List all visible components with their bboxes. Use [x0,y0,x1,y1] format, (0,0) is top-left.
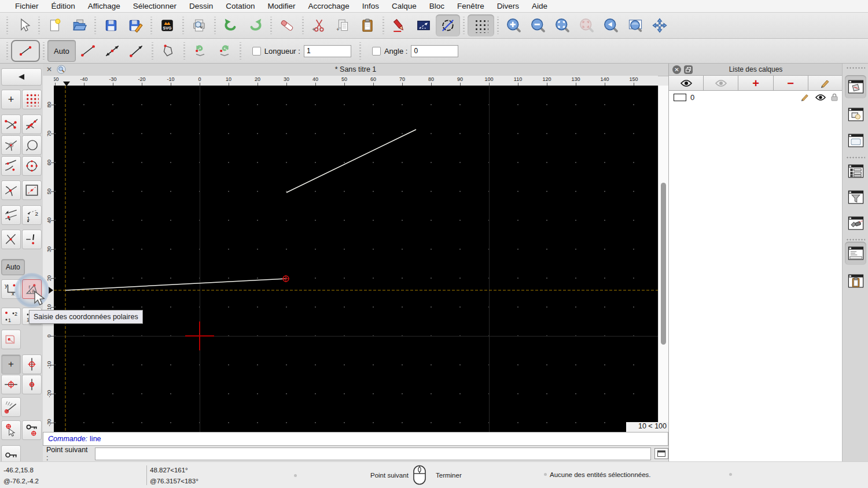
menu-fenêtre[interactable]: Fenêtre [451,2,491,10]
command-options-button[interactable] [654,448,668,459]
toolbar-handle[interactable] [5,42,9,60]
drawn-line[interactable] [286,130,416,193]
menu-accrochage[interactable]: Accrochage [301,2,355,10]
length-checkbox[interactable] [252,47,261,56]
restrict-nothing-button[interactable] [22,180,42,200]
redo-segment-button[interactable] [212,40,237,62]
snap-on-entity-button[interactable] [22,114,42,134]
snap-intersection-manual-button[interactable] [1,180,21,200]
menu-aide[interactable]: Aide [525,2,554,10]
cut-button[interactable]: + [307,14,331,36]
line-one-direction-button[interactable] [124,40,149,62]
open-file-button[interactable] [67,14,91,36]
reference-point-button[interactable] [1,330,21,349]
line-tool-active-button[interactable] [11,40,40,62]
snap-grid-button[interactable] [22,90,42,109]
cartesian-coordinates-button[interactable]: yx [1,279,21,299]
layer-color-swatch[interactable] [674,94,686,101]
hide-all-layers-button[interactable] [704,76,738,90]
command-input[interactable] [95,448,651,460]
redo-button[interactable] [243,14,267,36]
select-tool-button[interactable] [11,14,35,36]
scrollbar-thumb[interactable] [661,183,666,345]
menu-cotation[interactable]: Cotation [219,2,261,10]
layer-lock-icon[interactable] [831,93,838,101]
order-1-2-button[interactable]: 12 [1,308,21,325]
snap-off-warning-button[interactable] [22,230,42,249]
toolbar-handle[interactable] [42,42,46,60]
copy-button[interactable]: + [331,14,355,36]
polyline-button[interactable] [156,40,181,62]
rel-zero-horizontal-button[interactable] [1,375,21,394]
menu-édition[interactable]: Édition [45,2,82,10]
layer-row[interactable]: 0 [669,91,843,103]
menu-calque[interactable]: Calque [385,2,423,10]
dock-entity-list-button[interactable] [845,160,866,183]
line-attributes-button[interactable] [411,14,436,36]
line-two-points-button[interactable] [76,40,100,62]
lock-rel-zero-button[interactable] [22,420,42,440]
new-file-button[interactable] [43,14,67,36]
menu-sélectionner[interactable]: Sélectionner [127,2,183,10]
polar-coordinates-button[interactable]: ra [22,279,42,299]
line-both-directions-button[interactable] [100,40,124,62]
dock-command-line-button[interactable] [845,242,866,265]
circle-attributes-button[interactable] [436,14,460,36]
dock-library-button[interactable] [845,129,866,152]
dock-handle[interactable] [846,66,865,69]
dock-clipboard-button[interactable] [845,269,866,293]
menu-bloc[interactable]: Bloc [423,2,451,10]
dock-layers-button[interactable] [845,75,866,98]
toolbar-handle[interactable] [37,17,41,34]
export-svg-button[interactable]: SVG [155,14,179,36]
paste-button[interactable] [355,14,380,36]
grid-toggle-button[interactable] [468,14,494,36]
canvas-vertical-scrollbar[interactable] [658,86,668,432]
rel-zero-vertical-button[interactable] [22,354,42,374]
sidebar-back-button[interactable] [1,68,42,86]
length-input[interactable] [304,45,351,57]
snap-intersection-button[interactable] [22,156,42,176]
sidebar-auto-button[interactable]: Auto [1,259,25,275]
menu-fichier[interactable]: Fichier [9,2,45,10]
menu-dessin[interactable]: Dessin [183,2,219,10]
rel-zero-free-button[interactable]: + [1,354,21,374]
angle-checkbox[interactable] [372,47,381,56]
remove-layer-button[interactable]: − [774,76,808,90]
snap-auto-button[interactable]: Auto [47,40,76,62]
restrict-orthogonal-button[interactable] [1,205,21,225]
dock-blocks-button[interactable] [845,103,866,126]
snap-endpoints-button[interactable] [1,114,21,134]
pen-attributes-button[interactable] [387,14,411,36]
menu-divers[interactable]: Divers [491,2,525,10]
exclusive-snap-button[interactable] [1,230,21,249]
snap-middle-button[interactable] [22,135,42,155]
undo-segment-button[interactable] [188,40,212,62]
layer-visibility-eye-icon[interactable] [815,94,826,101]
delete-button[interactable] [275,14,299,36]
save-button[interactable] [99,14,123,36]
save-as-button[interactable] [123,14,148,36]
snap-distance-button[interactable] [1,156,21,176]
zoom-pan-button[interactable] [648,14,672,36]
angle-input[interactable] [411,45,458,57]
drawing-canvas[interactable] [54,86,658,432]
zoom-auto-button[interactable] [550,14,575,36]
angle-snap-button[interactable] [1,397,21,417]
print-preview-button[interactable] [187,14,211,36]
zoom-window-button[interactable] [623,14,648,36]
rel-zero-point-button[interactable] [22,375,42,394]
zoom-previous-button[interactable] [599,14,623,36]
zoom-selected-button[interactable] [575,14,599,36]
zoom-out-button[interactable] [526,14,550,36]
dock-command-options-button[interactable] [845,212,866,235]
set-rel-zero-button[interactable] [1,420,21,440]
restrict-horizontal-vertical-button[interactable]: 21 [22,205,42,225]
dock-filter-button[interactable] [845,186,866,209]
layer-edit-pencil-icon[interactable] [800,93,810,101]
toolbar-handle[interactable] [5,17,9,34]
menu-modifier[interactable]: Modifier [261,2,301,10]
zoom-in-button[interactable] [502,14,526,36]
menu-infos[interactable]: Infos [356,2,385,10]
snap-center-button[interactable] [1,135,21,155]
